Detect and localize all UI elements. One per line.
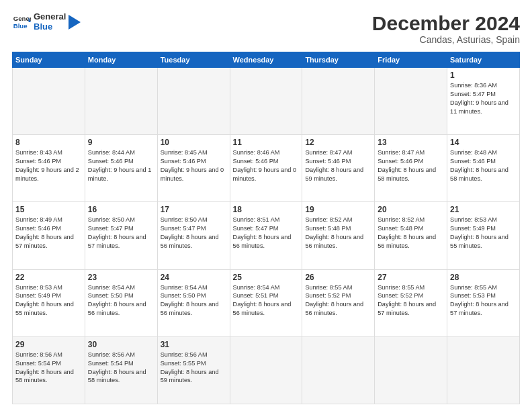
day-number: 21 (450, 205, 517, 214)
title-block: December 2024 Candas, Asturias, Spain (372, 12, 520, 45)
day-number: 25 (233, 273, 300, 282)
table-row: 29 Sunrise: 8:56 AMSunset: 5:54 PMDaylig… (13, 336, 85, 404)
svg-marker-3 (69, 15, 81, 30)
day-detail: Sunrise: 8:56 AMSunset: 5:54 PMDaylight:… (15, 351, 82, 385)
day-detail: Sunrise: 8:50 AMSunset: 5:47 PMDaylight:… (161, 216, 227, 250)
day-detail: Sunrise: 8:54 AMSunset: 5:50 PMDaylight:… (88, 283, 154, 318)
table-row: 19 Sunrise: 8:52 AMSunset: 5:48 PMDaylig… (302, 202, 375, 269)
day-detail: Sunrise: 8:45 AMSunset: 5:46 PMDaylight:… (161, 148, 227, 183)
table-row: 30 Sunrise: 8:56 AMSunset: 5:54 PMDaylig… (85, 336, 157, 404)
table-row (157, 68, 230, 135)
header: General Blue General Blue December 2024 … (12, 12, 520, 45)
logo-text-general: General (34, 12, 66, 22)
table-row (447, 336, 520, 404)
table-row: 27 Sunrise: 8:55 AMSunset: 5:52 PMDaylig… (375, 269, 447, 336)
subtitle: Candas, Asturias, Spain (372, 34, 520, 45)
table-row (85, 68, 157, 135)
col-wednesday: Wednesday (230, 52, 302, 68)
day-detail: Sunrise: 8:56 AMSunset: 5:55 PMDaylight:… (161, 351, 227, 385)
table-row: 10 Sunrise: 8:45 AMSunset: 5:46 PMDaylig… (157, 135, 230, 202)
svg-text:General: General (13, 15, 31, 22)
day-number: 16 (88, 205, 154, 214)
day-detail: Sunrise: 8:53 AMSunset: 5:49 PMDaylight:… (15, 283, 82, 318)
table-row: 17 Sunrise: 8:50 AMSunset: 5:47 PMDaylig… (157, 202, 230, 269)
day-number: 18 (233, 205, 300, 214)
day-detail: Sunrise: 8:48 AMSunset: 5:46 PMDaylight:… (450, 148, 517, 183)
day-detail: Sunrise: 8:55 AMSunset: 5:53 PMDaylight:… (450, 283, 517, 318)
logo-arrow-icon (69, 15, 81, 30)
table-row: 11 Sunrise: 8:46 AMSunset: 5:46 PMDaylig… (230, 135, 302, 202)
day-detail: Sunrise: 8:49 AMSunset: 5:46 PMDaylight:… (15, 216, 82, 250)
day-number: 24 (161, 273, 227, 282)
calendar-week-row: 8 Sunrise: 8:43 AMSunset: 5:46 PMDayligh… (13, 135, 520, 202)
day-detail: Sunrise: 8:47 AMSunset: 5:46 PMDaylight:… (305, 148, 371, 183)
logo-icon: General Blue (12, 13, 31, 32)
table-row: 22 Sunrise: 8:53 AMSunset: 5:49 PMDaylig… (13, 269, 85, 336)
col-friday: Friday (375, 52, 447, 68)
col-saturday: Saturday (447, 52, 520, 68)
calendar-header-row: Sunday Monday Tuesday Wednesday Thursday… (13, 52, 520, 68)
col-sunday: Sunday (13, 52, 85, 68)
table-row: 13 Sunrise: 8:47 AMSunset: 5:46 PMDaylig… (375, 135, 447, 202)
day-number: 15 (15, 205, 82, 214)
day-detail: Sunrise: 8:53 AMSunset: 5:49 PMDaylight:… (450, 216, 517, 250)
table-row: 1 Sunrise: 8:36 AMSunset: 5:47 PMDayligh… (447, 68, 520, 135)
calendar-week-row: 15 Sunrise: 8:49 AMSunset: 5:46 PMDaylig… (13, 202, 520, 269)
table-row: 18 Sunrise: 8:51 AMSunset: 5:47 PMDaylig… (230, 202, 302, 269)
table-row: 14 Sunrise: 8:48 AMSunset: 5:46 PMDaylig… (447, 135, 520, 202)
table-row: 8 Sunrise: 8:43 AMSunset: 5:46 PMDayligh… (13, 135, 85, 202)
day-number: 1 (450, 71, 517, 80)
day-number: 22 (15, 273, 82, 282)
day-number: 10 (161, 138, 227, 147)
table-row: 28 Sunrise: 8:55 AMSunset: 5:53 PMDaylig… (447, 269, 520, 336)
day-number: 30 (88, 340, 154, 349)
logo-text-blue: Blue (34, 22, 66, 32)
day-number: 11 (233, 138, 300, 147)
day-number: 28 (450, 273, 517, 282)
day-detail: Sunrise: 8:43 AMSunset: 5:46 PMDaylight:… (15, 148, 82, 183)
table-row (230, 336, 302, 404)
table-row: 20 Sunrise: 8:52 AMSunset: 5:48 PMDaylig… (375, 202, 447, 269)
day-number: 29 (15, 340, 82, 349)
table-row: 24 Sunrise: 8:54 AMSunset: 5:50 PMDaylig… (157, 269, 230, 336)
day-detail: Sunrise: 8:54 AMSunset: 5:50 PMDaylight:… (161, 283, 227, 318)
day-detail: Sunrise: 8:56 AMSunset: 5:54 PMDaylight:… (88, 351, 154, 385)
day-number: 17 (161, 205, 227, 214)
day-detail: Sunrise: 8:55 AMSunset: 5:52 PMDaylight:… (378, 283, 444, 318)
table-row (375, 336, 447, 404)
day-detail: Sunrise: 8:50 AMSunset: 5:47 PMDaylight:… (88, 216, 154, 250)
calendar-week-row: 22 Sunrise: 8:53 AMSunset: 5:49 PMDaylig… (13, 269, 520, 336)
table-row: 26 Sunrise: 8:55 AMSunset: 5:52 PMDaylig… (302, 269, 375, 336)
table-row (230, 68, 302, 135)
table-row: 21 Sunrise: 8:53 AMSunset: 5:49 PMDaylig… (447, 202, 520, 269)
day-number: 12 (305, 138, 371, 147)
col-tuesday: Tuesday (157, 52, 230, 68)
table-row: 12 Sunrise: 8:47 AMSunset: 5:46 PMDaylig… (302, 135, 375, 202)
table-row (13, 68, 85, 135)
day-number: 19 (305, 205, 371, 214)
calendar-week-row: 1 Sunrise: 8:36 AMSunset: 5:47 PMDayligh… (13, 68, 520, 135)
page: General Blue General Blue December 2024 … (0, 0, 532, 411)
col-thursday: Thursday (302, 52, 375, 68)
table-row: 23 Sunrise: 8:54 AMSunset: 5:50 PMDaylig… (85, 269, 157, 336)
day-number: 27 (378, 273, 444, 282)
day-detail: Sunrise: 8:46 AMSunset: 5:46 PMDaylight:… (233, 148, 300, 183)
day-detail: Sunrise: 8:52 AMSunset: 5:48 PMDaylight:… (305, 216, 371, 250)
table-row: 15 Sunrise: 8:49 AMSunset: 5:46 PMDaylig… (13, 202, 85, 269)
logo: General Blue General Blue (12, 12, 81, 32)
day-number: 31 (161, 340, 227, 349)
table-row: 9 Sunrise: 8:44 AMSunset: 5:46 PMDayligh… (85, 135, 157, 202)
day-detail: Sunrise: 8:51 AMSunset: 5:47 PMDaylight:… (233, 216, 300, 250)
day-number: 8 (15, 138, 82, 147)
day-number: 9 (88, 138, 154, 147)
table-row: 16 Sunrise: 8:50 AMSunset: 5:47 PMDaylig… (85, 202, 157, 269)
day-detail: Sunrise: 8:44 AMSunset: 5:46 PMDaylight:… (88, 148, 154, 183)
day-number: 20 (378, 205, 444, 214)
col-monday: Monday (85, 52, 157, 68)
table-row: 25 Sunrise: 8:54 AMSunset: 5:51 PMDaylig… (230, 269, 302, 336)
day-detail: Sunrise: 8:55 AMSunset: 5:52 PMDaylight:… (305, 283, 371, 318)
table-row (302, 336, 375, 404)
table-row (375, 68, 447, 135)
day-number: 23 (88, 273, 154, 282)
day-number: 14 (450, 138, 517, 147)
